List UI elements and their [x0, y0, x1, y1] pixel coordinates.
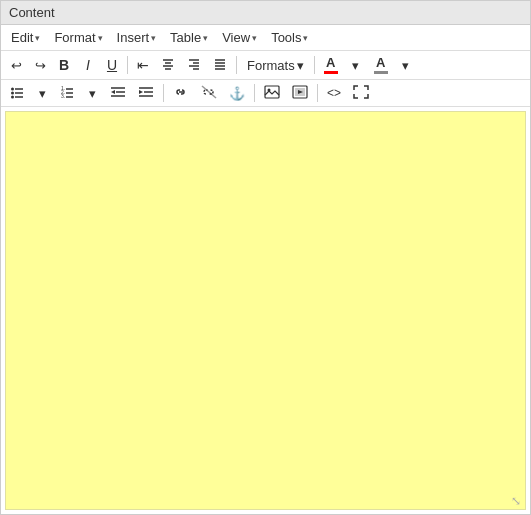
italic-icon: I — [86, 57, 90, 73]
indent-button[interactable] — [133, 82, 159, 104]
menu-edit[interactable]: Edit ▾ — [5, 27, 46, 48]
menu-view[interactable]: View ▾ — [216, 27, 263, 48]
toolbar-sep-2 — [236, 56, 237, 74]
highlight-caret-button[interactable]: ▾ — [395, 54, 417, 76]
toolbar-sep-3 — [314, 56, 315, 74]
svg-rect-34 — [265, 86, 279, 98]
bullet-caret-icon: ▾ — [39, 86, 46, 101]
svg-text:3.: 3. — [61, 93, 65, 99]
fullscreen-button[interactable] — [348, 82, 374, 104]
numbered-list-icon: 1.2.3. — [60, 85, 74, 102]
menu-format[interactable]: Format ▾ — [48, 27, 108, 48]
menu-view-caret: ▾ — [252, 33, 257, 43]
numbered-list-caret-button[interactable]: ▾ — [81, 82, 103, 104]
unlink-icon — [201, 85, 217, 102]
justify-icon — [213, 57, 227, 74]
formats-button[interactable]: Formats ▾ — [241, 54, 310, 76]
panel-title: Content — [9, 5, 55, 20]
indent-icon — [138, 85, 154, 102]
editor-area[interactable]: ⤡ — [5, 111, 526, 510]
svg-marker-29 — [139, 90, 143, 94]
align-center-button[interactable] — [156, 54, 180, 76]
align-right-button[interactable] — [182, 54, 206, 76]
image-icon — [264, 85, 280, 102]
code-button[interactable]: <> — [322, 82, 346, 104]
numbered-list-button[interactable]: 1.2.3. — [55, 82, 79, 104]
toolbar-row-1: ↩ ↪ B I U ⇤ — [1, 51, 530, 80]
menubar: Edit ▾ Format ▾ Insert ▾ Table ▾ View ▾ … — [1, 25, 530, 51]
resize-handle[interactable]: ⤡ — [511, 495, 523, 507]
menu-tools-caret: ▾ — [303, 33, 308, 43]
font-color-caret-icon: ▾ — [352, 58, 359, 73]
media-icon — [292, 85, 308, 102]
toolbar-sep-5 — [254, 84, 255, 102]
font-color-label: A — [326, 56, 335, 70]
highlight-label: A — [376, 56, 385, 70]
svg-point-16 — [11, 95, 14, 98]
toolbar-sep-4 — [163, 84, 164, 102]
bold-button[interactable]: B — [53, 54, 75, 76]
align-left-icon: ⇤ — [137, 57, 149, 73]
undo-icon: ↩ — [11, 58, 22, 73]
font-color-caret-button[interactable]: ▾ — [345, 54, 367, 76]
highlight-caret-icon: ▾ — [402, 58, 409, 73]
underline-icon: U — [107, 57, 117, 73]
bold-icon: B — [59, 57, 69, 73]
fullscreen-icon — [353, 85, 369, 102]
menu-table-caret: ▾ — [203, 33, 208, 43]
align-right-icon — [187, 57, 201, 74]
numbered-caret-icon: ▾ — [89, 86, 96, 101]
redo-button[interactable]: ↪ — [29, 54, 51, 76]
anchor-icon: ⚓ — [229, 86, 245, 101]
menu-edit-caret: ▾ — [35, 33, 40, 43]
outdent-icon — [110, 85, 126, 102]
align-center-icon — [161, 57, 175, 74]
font-color-bar — [324, 71, 338, 74]
link-icon — [173, 85, 189, 102]
insert-link-button[interactable] — [168, 82, 194, 104]
insert-image-button[interactable] — [259, 82, 285, 104]
panel-header: Content — [1, 1, 530, 25]
svg-marker-25 — [111, 90, 115, 94]
align-left-button[interactable]: ⇤ — [132, 54, 154, 76]
outdent-button[interactable] — [105, 82, 131, 104]
remove-link-button[interactable] — [196, 82, 222, 104]
svg-line-33 — [202, 86, 216, 98]
italic-button[interactable]: I — [77, 54, 99, 76]
formats-caret-icon: ▾ — [297, 58, 304, 73]
svg-point-14 — [11, 91, 14, 94]
anchor-button[interactable]: ⚓ — [224, 82, 250, 104]
highlight-bar — [374, 71, 388, 74]
undo-button[interactable]: ↩ — [5, 54, 27, 76]
toolbar-sep-1 — [127, 56, 128, 74]
toolbar-row-2: ▾ 1.2.3. ▾ — [1, 80, 530, 107]
insert-media-button[interactable] — [287, 82, 313, 104]
menu-format-caret: ▾ — [98, 33, 103, 43]
svg-point-12 — [11, 87, 14, 90]
menu-table[interactable]: Table ▾ — [164, 27, 214, 48]
font-color-button[interactable]: A — [319, 53, 343, 77]
content-panel: Content Edit ▾ Format ▾ Insert ▾ Table ▾… — [0, 0, 531, 515]
redo-icon: ↪ — [35, 58, 46, 73]
underline-button[interactable]: U — [101, 54, 123, 76]
menu-insert-caret: ▾ — [151, 33, 156, 43]
bullet-list-caret-button[interactable]: ▾ — [31, 82, 53, 104]
toolbar-sep-6 — [317, 84, 318, 102]
code-icon: <> — [327, 86, 341, 100]
justify-button[interactable] — [208, 54, 232, 76]
bullet-list-button[interactable] — [5, 82, 29, 104]
menu-tools[interactable]: Tools ▾ — [265, 27, 314, 48]
bullet-list-icon — [10, 85, 24, 102]
highlight-button[interactable]: A — [369, 53, 393, 77]
menu-insert[interactable]: Insert ▾ — [111, 27, 163, 48]
